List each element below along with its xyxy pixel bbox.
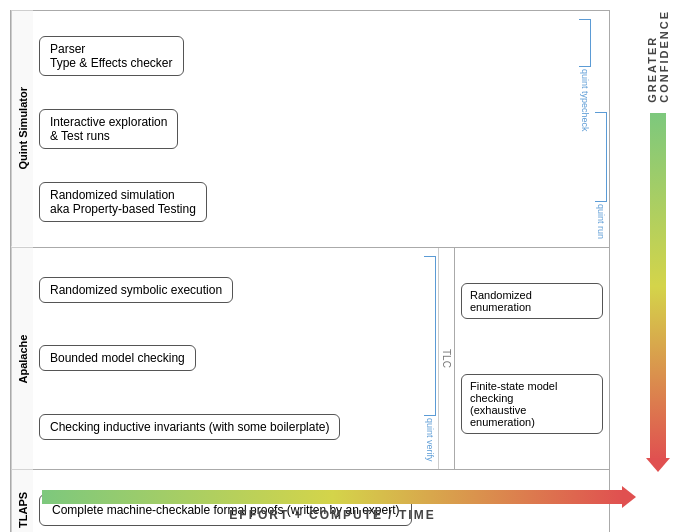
confidence-arrow-head (646, 458, 670, 472)
quint-run-label: quint run (596, 204, 606, 239)
item-parser: ParserType & Effects checker (39, 36, 184, 76)
item-inductive-invariants: Checking inductive invariants (with some… (39, 414, 340, 440)
quint-simulator-section: Quint Simulator ParserType & Effects che… (10, 10, 610, 248)
item-finite-state: Finite-state modelchecking(exhaustiveenu… (461, 374, 603, 434)
item-randomized-enumeration: Randomizedenumeration (461, 283, 603, 319)
quint-simulator-content: ParserType & Effects checker Interactive… (33, 11, 577, 247)
apalache-right-content: Randomizedenumeration Finite-state model… (454, 248, 609, 470)
quint-typecheck-label: quint typecheck (580, 69, 590, 132)
quint-simulator-label: Quint Simulator (11, 11, 33, 247)
apalache-section: Apalache Randomized symbolic execution B… (10, 248, 610, 471)
quint-run-brace (595, 112, 607, 202)
apalache-left-content: Randomized symbolic execution Bounded mo… (33, 248, 422, 470)
effort-arrow-bar (42, 490, 623, 504)
confidence-arrow-container: GREATER CONFIDENCE (644, 10, 672, 460)
quint-typecheck-bracket: quint typecheck (577, 11, 593, 247)
effort-arrow-head (622, 486, 636, 508)
quint-typecheck-brace (579, 19, 591, 67)
tlaps-label: TLAPS (11, 470, 33, 532)
item-randomized-symbolic: Randomized symbolic execution (39, 277, 233, 303)
apalache-label: Apalache (11, 248, 33, 470)
confidence-label: GREATER CONFIDENCE (646, 10, 670, 103)
item-randomized-simulation: Randomized simulationaka Property-based … (39, 182, 207, 222)
quint-run-bracket: quint run (593, 11, 609, 247)
effort-arrow-container: EFFORT + COMPUTE / TIME (35, 490, 630, 522)
item-interactive-exploration: Interactive exploration& Test runs (39, 109, 178, 149)
quint-verify-bracket: quint verify (422, 248, 438, 470)
quint-verify-brace (424, 256, 436, 416)
tlc-label: TLC (438, 248, 454, 470)
item-bounded-model: Bounded model checking (39, 345, 196, 371)
confidence-arrow-bar (650, 113, 666, 460)
diagram-container: Quint Simulator ParserType & Effects che… (10, 10, 610, 477)
quint-verify-label: quint verify (425, 418, 435, 462)
effort-label: EFFORT + COMPUTE / TIME (229, 508, 435, 522)
